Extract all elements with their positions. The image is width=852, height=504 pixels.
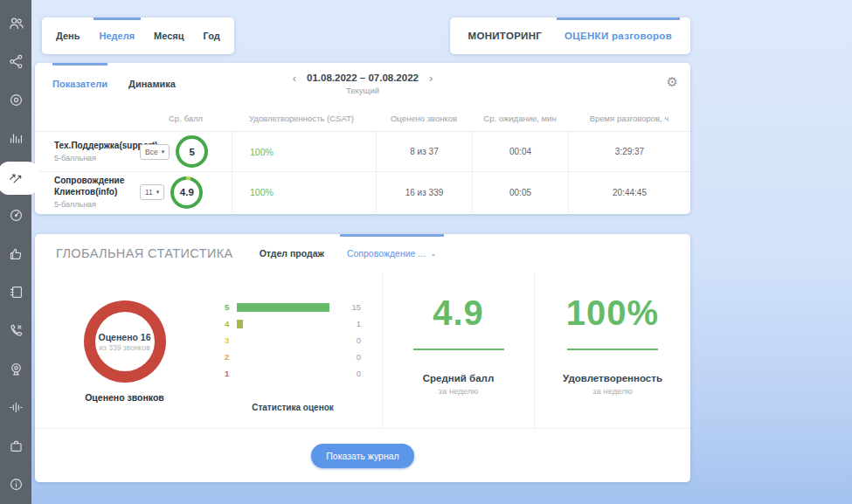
queue-name-cell: Тех.Поддержка(support) 5-балльная [35,132,140,171]
table-row: Тех.Поддержка(support) 5-балльная Все▾ 5… [35,132,690,172]
header-rated: Оценено звонков [376,105,472,131]
briefcase-icon [8,438,24,458]
period-tabs: День Неделя Месяц Год [42,17,234,54]
tab-year[interactable]: Год [194,17,230,54]
bar-chart-icon [8,130,24,150]
indicators-panel: Показатели Динамика ‹ 01.08.2022 – 07.08… [35,63,690,214]
header-talk: Время разговоров, ч [568,105,690,131]
tab-dynamics[interactable]: Динамика [128,63,176,105]
bar-row: 2 0 [225,349,361,365]
global-stats-header: ГЛОБАЛЬНАЯ СТАТИСТИКА Отдел продаж Сопро… [35,234,690,273]
sidebar-item-waveform[interactable] [5,398,26,419]
mode-tabs: МОНИТОРИНГ ОЦЕНКИ разговоров [450,17,690,54]
users-icon [8,15,24,35]
tab-client-support[interactable]: Сопровождение ...⌄ [347,234,437,273]
talk-time-value: 3:29:37 [568,132,690,171]
avg-score-value: 4.9 [433,293,484,333]
donut-label: Оценено звонков [35,392,214,403]
header-wait: Ср. ожидание, мин [472,105,568,131]
avg-wait-value: 00:05 [472,172,568,212]
ratings-bar-chart: 5 15 4 1 3 0 2 [214,273,382,428]
sidebar-item-gauge[interactable] [5,206,26,227]
gauge-icon [8,207,24,227]
sidebar-item-bar-chart[interactable] [5,129,26,150]
queue-name: Сопровождение Клиентов(info) [54,176,140,197]
tab-indicators[interactable]: Показатели [52,63,107,105]
satisfaction-sublabel: за неделю [592,386,633,396]
webcam-icon [8,361,24,381]
global-stats-body: Оценено 16 из 339 звонков Оценено звонко… [35,273,690,428]
donut-center-text: Оценено 16 из 339 звонков [84,300,166,383]
satisfaction-block: 100% Удовлетворенность за неделю [534,273,690,428]
score-ring: 5 [176,135,208,168]
tab-week[interactable]: Неделя [90,17,145,54]
table-header-row: Ср. балл Удовлетворенность (CSAT) Оценен… [35,105,690,132]
sidebar-item-info[interactable] [5,475,26,496]
score-cell: 11▾ 4.9 [140,172,232,212]
header-score: Ср. балл [140,105,232,131]
rated-calls-value: 8 из 37 [376,132,472,171]
thumbs-up-icon [8,245,24,266]
avg-score-block: 4.9 Средний балл за неделю [382,273,534,428]
tab-monitoring[interactable]: МОНИТОРИНГ [457,17,554,54]
sidebar-item-trending-arrows[interactable] [5,168,26,189]
sidebar-item-briefcase[interactable] [5,437,26,458]
bar-chart-title: Статистика оценок [225,403,361,412]
sidebar-item-phone-missed[interactable] [5,321,26,342]
info-icon [8,476,24,496]
select-caret-icon: ▾ [156,189,160,196]
avg-score-underline [413,349,504,350]
global-stats-panel: ГЛОБАЛЬНАЯ СТАТИСТИКА Отдел продаж Сопро… [35,234,690,482]
queue-scale: 5-балльная [54,154,140,162]
filter-select[interactable]: Все▾ [140,144,170,160]
date-range: 01.08.2022 – 07.08.2022 [307,72,419,83]
prev-period-icon[interactable]: ‹ [293,72,296,85]
queue-scale: 5-балльная [54,200,140,209]
ratings-table: Ср. балл Удовлетворенность (CSAT) Оценен… [35,105,690,212]
sidebar [0,0,31,504]
trending-arrows-icon [8,169,24,189]
queue-name-cell: Сопровождение Клиентов(info) 5-балльная [35,172,140,212]
show-journal-button[interactable]: Показать журнал [311,444,413,468]
csat-value: 100% [232,172,376,212]
tab-day[interactable]: День [46,17,90,54]
bar-row: 1 0 [225,365,361,382]
rated-calls-value: 16 из 339 [376,172,472,212]
header-empty [35,105,140,131]
gear-icon[interactable]: ⚙ [667,75,678,88]
table-row: Сопровождение Клиентов(info) 5-балльная … [35,172,690,212]
filter-select[interactable]: 11▾ [140,184,164,200]
stats-footer: Показать журнал [35,428,690,482]
sidebar-item-users[interactable] [5,14,26,35]
global-stats-title: ГЛОБАЛЬНАЯ СТАТИСТИКА [56,246,233,260]
share-network-icon [8,53,24,73]
avg-score-label: Средний балл [423,373,494,383]
caret-down-icon: ⌄ [430,249,437,258]
talk-time-value: 20:44:45 [568,172,690,212]
avg-wait-value: 00:04 [472,132,568,171]
select-caret-icon: ▾ [162,148,165,155]
tab-sales-dept[interactable]: Отдел продаж [260,234,324,273]
waveform-icon [8,399,24,419]
bar-row: 3 0 [225,332,361,349]
tab-call-ratings[interactable]: ОЦЕНКИ разговоров [553,17,683,54]
bar-row: 5 15 [225,299,361,315]
journal-icon [8,284,24,304]
sidebar-item-share-network[interactable] [5,52,26,73]
csat-value: 100% [232,132,376,171]
target-icon [8,92,24,112]
sidebar-item-webcam[interactable] [5,360,26,381]
rated-calls-donut: Оценено 16 из 339 звонков [84,300,166,383]
tab-month[interactable]: Месяц [144,17,193,54]
satisfaction-underline [567,349,658,350]
score-cell: Все▾ 5 [140,132,232,171]
next-period-icon[interactable]: › [429,72,433,85]
header-csat: Удовлетворенность (CSAT) [232,105,376,131]
sidebar-item-thumbs-up[interactable] [5,245,26,266]
sidebar-item-target[interactable] [5,91,26,112]
queue-name: Тех.Поддержка(support) [54,141,140,152]
dashboard-screen: День Неделя Месяц Год МОНИТОРИНГ ОЦЕНКИ … [0,0,852,504]
panel-tab-bar: Показатели Динамика ‹ 01.08.2022 – 07.08… [35,63,690,105]
sidebar-item-journal[interactable] [5,283,26,304]
phone-missed-icon [8,322,24,342]
